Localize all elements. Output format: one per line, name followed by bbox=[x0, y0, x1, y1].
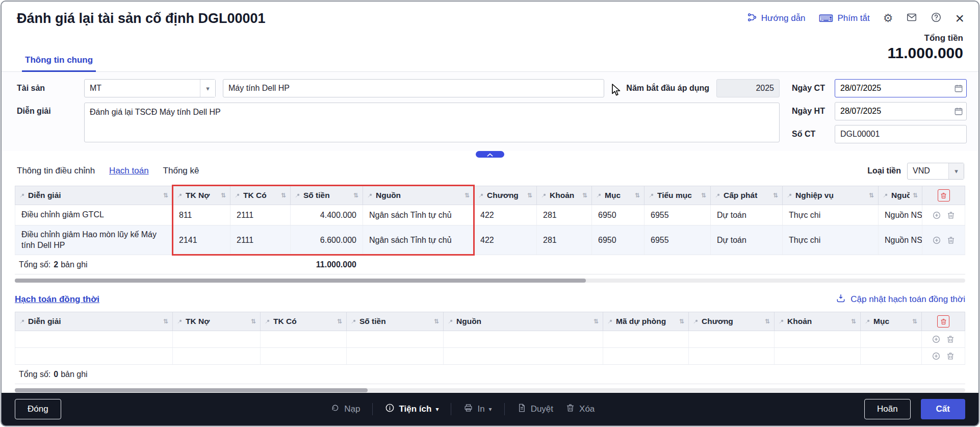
delete-row-icon[interactable] bbox=[946, 211, 956, 220]
delete-all-icon[interactable] bbox=[938, 189, 950, 202]
delete-button[interactable]: Xóa bbox=[565, 403, 595, 415]
post-date-field[interactable] bbox=[835, 102, 967, 120]
column-header[interactable]: Khoản⇅ bbox=[537, 186, 592, 205]
sort-icon[interactable]: ⇅ bbox=[679, 318, 684, 325]
tab-statistics[interactable]: Thống kê bbox=[163, 166, 199, 176]
reload-button[interactable]: Nạp bbox=[330, 403, 360, 415]
sort-icon[interactable]: ⇅ bbox=[635, 192, 640, 199]
grid-cell[interactable] bbox=[861, 331, 922, 348]
grid-row[interactable] bbox=[15, 348, 965, 365]
scrollbar-thumb[interactable] bbox=[15, 388, 368, 392]
column-header[interactable]: Số tiền⇅ bbox=[291, 186, 363, 205]
pin-icon[interactable] bbox=[367, 193, 373, 198]
utilities-button[interactable]: Tiện ích ▾ bbox=[385, 403, 439, 415]
add-row-icon[interactable] bbox=[932, 211, 941, 220]
grid-cell[interactable]: 6950 bbox=[592, 205, 644, 225]
delete-all-icon[interactable] bbox=[937, 315, 949, 328]
grid-cell[interactable] bbox=[15, 331, 173, 348]
grid-cell[interactable]: Nguồn NSI bbox=[879, 205, 922, 225]
column-header[interactable]: Tiểu mục⇅ bbox=[644, 186, 711, 205]
column-header[interactable]: Diễn giải⇅ bbox=[15, 186, 173, 205]
sort-icon[interactable]: ⇅ bbox=[773, 192, 778, 199]
column-header[interactable]: Số tiền⇅ bbox=[347, 312, 444, 331]
approve-button[interactable]: Duyệt bbox=[517, 403, 553, 415]
sort-icon[interactable]: ⇅ bbox=[869, 192, 874, 199]
column-header[interactable]: Nguồn⇅ bbox=[444, 312, 603, 331]
post-date-input[interactable] bbox=[835, 103, 951, 120]
pin-icon[interactable] bbox=[883, 193, 888, 198]
update-simultaneous-link[interactable]: Cập nhật hạch toán đồng thời bbox=[836, 293, 965, 306]
column-header[interactable]: Mục⇅ bbox=[861, 312, 922, 331]
pin-icon[interactable] bbox=[787, 193, 792, 198]
sort-icon[interactable]: ⇅ bbox=[465, 192, 470, 199]
pin-icon[interactable] bbox=[177, 193, 183, 198]
grid-cell[interactable] bbox=[347, 331, 444, 348]
grid-cell[interactable] bbox=[689, 348, 775, 365]
doc-date-field[interactable] bbox=[835, 79, 967, 97]
year-applied-input[interactable] bbox=[716, 79, 780, 97]
grid-cell[interactable]: Thực chi bbox=[783, 205, 879, 225]
add-row-icon[interactable] bbox=[932, 335, 941, 344]
grid-row[interactable]: Điều chỉnh giảm GTCL81121114.400.000Ngân… bbox=[15, 205, 965, 225]
grid-cell[interactable] bbox=[444, 331, 603, 348]
grid-cell[interactable]: Điều chỉnh giảm GTCL bbox=[15, 205, 173, 225]
pin-icon[interactable] bbox=[19, 193, 25, 198]
grid-cell[interactable] bbox=[775, 348, 861, 365]
calendar-icon[interactable] bbox=[951, 84, 966, 93]
grid-cell[interactable]: 811 bbox=[173, 205, 230, 225]
grid-cell[interactable]: 2111 bbox=[230, 205, 291, 225]
column-header[interactable]: Mục⇅ bbox=[592, 186, 644, 205]
sort-icon[interactable]: ⇅ bbox=[582, 192, 587, 199]
delete-row-icon[interactable] bbox=[946, 335, 955, 344]
column-header[interactable]: TK Có⇅ bbox=[230, 186, 291, 205]
pin-icon[interactable] bbox=[715, 193, 720, 198]
grid-cell[interactable] bbox=[603, 348, 689, 365]
sort-icon[interactable]: ⇅ bbox=[434, 318, 439, 325]
column-header[interactable]: Chương⇅ bbox=[474, 186, 537, 205]
grid-cell[interactable] bbox=[444, 348, 603, 365]
pin-icon[interactable] bbox=[607, 319, 613, 324]
add-row-icon[interactable] bbox=[932, 236, 941, 245]
grid-cell[interactable] bbox=[173, 331, 261, 348]
delete-row-icon[interactable] bbox=[946, 236, 956, 245]
sort-icon[interactable]: ⇅ bbox=[353, 192, 358, 199]
pin-icon[interactable] bbox=[351, 319, 356, 324]
pin-icon[interactable] bbox=[596, 193, 602, 198]
grid-cell[interactable] bbox=[603, 331, 689, 348]
settings-button[interactable]: ⚙ bbox=[883, 13, 893, 24]
grid-cell[interactable]: Điều chỉnh giảm Hao mòn lũy kế Máy tính … bbox=[15, 225, 173, 255]
pin-icon[interactable] bbox=[649, 193, 654, 198]
column-header[interactable]: Nguồn h⇅ bbox=[879, 186, 922, 205]
grid-cell[interactable]: Ngân sách Tỉnh tự chủ bbox=[363, 205, 474, 225]
grid-cell[interactable]: 6955 bbox=[644, 205, 711, 225]
sort-icon[interactable]: ⇅ bbox=[163, 318, 168, 325]
column-header[interactable]: TK Nợ⇅ bbox=[173, 186, 230, 205]
tab-general-info[interactable]: Thông tin chung bbox=[22, 51, 96, 72]
grid-cell[interactable]: Thực chi bbox=[783, 225, 879, 255]
sort-icon[interactable]: ⇅ bbox=[337, 318, 342, 325]
close-document-button[interactable]: Đóng bbox=[15, 399, 61, 419]
help-button[interactable] bbox=[931, 12, 942, 25]
simultaneous-posting-link[interactable]: Hạch toán đồng thời bbox=[15, 294, 99, 305]
grid-row[interactable] bbox=[15, 331, 965, 348]
grid-cell[interactable]: 281 bbox=[537, 205, 592, 225]
pin-icon[interactable] bbox=[478, 193, 484, 198]
chevron-down-icon[interactable]: ▾ bbox=[200, 80, 215, 97]
chevron-down-icon[interactable]: ▾ bbox=[948, 163, 964, 179]
pin-icon[interactable] bbox=[865, 319, 870, 324]
column-header[interactable]: TK Có⇅ bbox=[261, 312, 347, 331]
guide-link[interactable]: Hướng dẫn bbox=[747, 12, 806, 25]
calendar-icon[interactable] bbox=[951, 107, 966, 116]
sort-icon[interactable]: ⇅ bbox=[251, 318, 256, 325]
delete-row-icon[interactable] bbox=[946, 351, 955, 361]
grid-cell[interactable]: 6955 bbox=[644, 225, 711, 255]
collapse-form-button[interactable] bbox=[476, 151, 504, 158]
column-header[interactable]: Mã dự phòng⇅ bbox=[603, 312, 689, 331]
sort-icon[interactable]: ⇅ bbox=[765, 318, 770, 325]
close-button[interactable]: × bbox=[955, 12, 964, 24]
horizontal-scrollbar[interactable] bbox=[15, 388, 965, 392]
asset-code-combo[interactable]: MT ▾ bbox=[84, 79, 216, 97]
grid-cell[interactable] bbox=[173, 348, 261, 365]
shortcuts-link[interactable]: ⌨ Phím tắt bbox=[819, 13, 870, 23]
pin-icon[interactable] bbox=[295, 193, 300, 198]
